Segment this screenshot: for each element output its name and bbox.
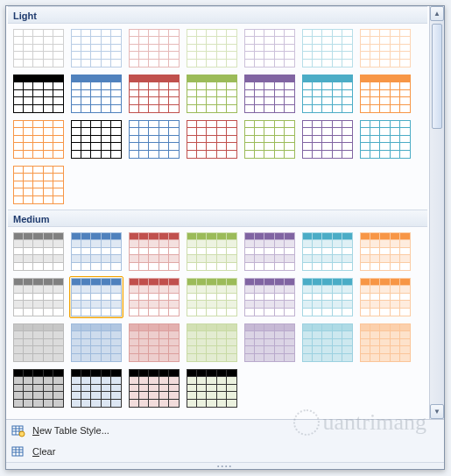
section-header: Medium (8, 210, 427, 227)
style-swatch-header-solid-blue[interactable] (69, 73, 123, 115)
style-swatch-header-band-orange[interactable] (358, 231, 412, 273)
style-swatch-outlined-green[interactable] (243, 118, 297, 160)
scroll-down-button[interactable]: ▼ (430, 404, 444, 419)
style-grid (8, 227, 427, 413)
style-swatch-header-band-orange[interactable] (358, 276, 412, 318)
style-swatch-dark-header-blue[interactable] (69, 367, 123, 409)
style-swatch-dark-header-red[interactable] (127, 367, 181, 409)
style-swatch-header-band-purple[interactable] (243, 276, 297, 318)
new-table-style-menu-item[interactable]: New Table Style... (6, 420, 444, 441)
style-swatch-header-band-gray[interactable] (11, 276, 66, 318)
style-swatch-tinted-orange[interactable] (358, 322, 412, 364)
style-swatch-plain-teal[interactable] (300, 27, 355, 69)
clear-menu-item[interactable]: Clear (6, 441, 444, 462)
style-gallery: LightMedium (6, 6, 429, 419)
new-style-icon (11, 423, 25, 437)
style-swatch-header-band-purple[interactable] (243, 231, 297, 273)
clear-label: Clear (32, 446, 55, 457)
style-swatch-header-band-blue[interactable] (69, 231, 123, 273)
style-swatch-header-solid-orange[interactable] (358, 73, 412, 115)
style-swatch-header-band-teal[interactable] (300, 276, 355, 318)
style-swatch-plain-green[interactable] (185, 27, 239, 69)
style-swatch-header-solid-black[interactable] (11, 73, 66, 115)
style-swatch-outlined-teal[interactable] (358, 118, 412, 160)
style-swatch-outlined-red[interactable] (185, 118, 239, 160)
style-swatch-header-band-red[interactable] (127, 231, 181, 273)
style-swatch-plain-orange[interactable] (358, 27, 412, 69)
gallery-viewport: LightMedium ▲ ▼ (6, 6, 444, 419)
style-swatch-header-band-red[interactable] (127, 276, 181, 318)
clear-icon (11, 444, 25, 458)
style-swatch-header-band-blue[interactable] (69, 276, 123, 318)
style-swatch-dark-header-green[interactable] (185, 367, 239, 409)
style-swatch-outlined-purple[interactable] (300, 118, 355, 160)
style-swatch-header-solid-red[interactable] (127, 73, 181, 115)
style-swatch-tinted-red[interactable] (127, 322, 181, 364)
style-swatch-outlined-blue[interactable] (127, 118, 181, 160)
svg-point-5 (19, 431, 25, 437)
style-swatch-outlined-orange[interactable] (11, 164, 66, 206)
style-swatch-header-band-green[interactable] (185, 231, 239, 273)
style-swatch-dark-header-black[interactable] (11, 367, 66, 409)
style-swatch-outlined-orange[interactable] (11, 118, 66, 160)
style-swatch-header-band-teal[interactable] (300, 231, 355, 273)
style-swatch-tinted-green[interactable] (185, 322, 239, 364)
style-grid (8, 24, 427, 210)
style-swatch-outlined-black[interactable] (69, 118, 123, 160)
gallery-footer: New Table Style... Clear •••• (6, 419, 444, 469)
style-swatch-header-band-gray[interactable] (11, 231, 66, 273)
style-swatch-header-solid-green[interactable] (185, 73, 239, 115)
style-swatch-tinted-blue[interactable] (69, 322, 123, 364)
scroll-up-button[interactable]: ▲ (430, 6, 444, 21)
style-swatch-plain-red[interactable] (127, 27, 181, 69)
gallery-scrollbar[interactable]: ▲ ▼ (429, 6, 444, 419)
style-swatch-tinted-gray[interactable] (11, 322, 66, 364)
style-swatch-plain-none[interactable] (11, 27, 66, 69)
table-styles-panel: LightMedium ▲ ▼ New Table Style... (5, 5, 445, 470)
style-swatch-header-solid-purple[interactable] (243, 73, 297, 115)
section-header: Light (8, 6, 427, 24)
style-swatch-tinted-purple[interactable] (243, 322, 297, 364)
style-swatch-header-band-green[interactable] (185, 276, 239, 318)
scroll-thumb[interactable] (432, 24, 442, 129)
svg-rect-6 (12, 447, 23, 456)
style-swatch-tinted-teal[interactable] (300, 322, 355, 364)
new-table-style-label: New Table Style... (32, 425, 109, 436)
resize-grip[interactable]: •••• (6, 462, 444, 469)
style-swatch-header-solid-teal[interactable] (300, 73, 355, 115)
style-swatch-plain-purple[interactable] (243, 27, 297, 69)
style-swatch-plain-blue[interactable] (69, 27, 123, 69)
